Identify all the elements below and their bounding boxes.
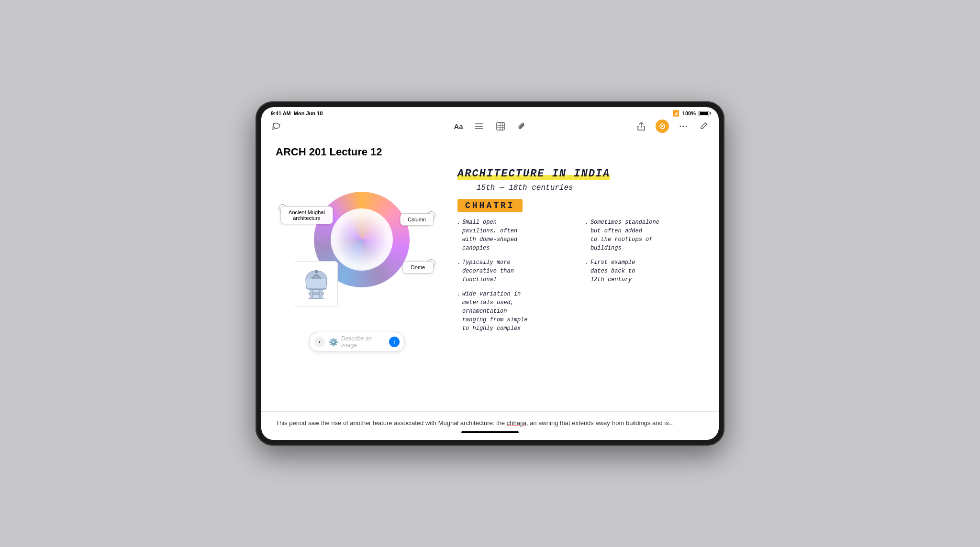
edit-icon[interactable] bbox=[698, 120, 709, 132]
notes-section: ARCHITECTURE IN INDIA 15th — 18th centur… bbox=[448, 168, 704, 409]
ai-back-button[interactable]: ‹ bbox=[314, 337, 325, 347]
ai-send-button[interactable]: ↑ bbox=[389, 337, 400, 347]
svg-point-14 bbox=[680, 126, 681, 127]
arch-title: ARCHITECTURE IN INDIA bbox=[457, 168, 610, 180]
note-item-3: · Typically moredecorative thanfunctiona… bbox=[457, 258, 576, 284]
svg-rect-7 bbox=[497, 122, 504, 130]
attachment-icon[interactable] bbox=[516, 120, 527, 132]
status-date: Mon Jun 10 bbox=[294, 110, 323, 116]
font-icon[interactable]: Aa bbox=[453, 120, 464, 132]
status-bar: 9:41 AM Mon Jun 10 📶 100% bbox=[261, 107, 719, 118]
list-icon[interactable] bbox=[474, 120, 485, 132]
architecture-image bbox=[295, 261, 338, 306]
home-indicator bbox=[461, 431, 519, 433]
diagram-section: − Ancient Mughal architecture − Column bbox=[276, 168, 438, 409]
bubble-column: Column bbox=[400, 213, 434, 226]
bottom-text: This period saw the rise of another feat… bbox=[276, 418, 704, 428]
mind-map-container: − Ancient Mughal architecture − Column bbox=[276, 168, 438, 311]
svg-point-5 bbox=[475, 126, 476, 127]
status-time: 9:41 AM bbox=[271, 110, 291, 116]
circle-inner bbox=[331, 208, 393, 271]
bottom-panel: This period saw the rise of another feat… bbox=[261, 411, 719, 440]
ai-gear-icon: ⚙️ bbox=[329, 338, 337, 346]
wifi-icon: 📶 bbox=[672, 110, 679, 117]
notes-grid: · Small openpavilions, oftenwith dome-sh… bbox=[457, 218, 704, 337]
svg-point-13 bbox=[661, 125, 663, 127]
share-icon[interactable] bbox=[635, 120, 647, 132]
ai-input-bar[interactable]: ‹ ⚙️ Describe an image ↑ bbox=[309, 332, 405, 352]
svg-rect-21 bbox=[320, 290, 323, 298]
more-icon[interactable] bbox=[678, 120, 689, 132]
svg-point-22 bbox=[315, 270, 318, 273]
svg-point-6 bbox=[475, 128, 476, 129]
svg-point-4 bbox=[475, 123, 476, 124]
toolbar: Aa bbox=[261, 118, 719, 136]
note-title: ARCH 201 Lecture 12 bbox=[276, 146, 704, 158]
tablet-screen: 9:41 AM Mon Jun 10 📶 100% bbox=[261, 107, 719, 440]
lasso-tool-icon[interactable] bbox=[271, 120, 282, 132]
note-item-1: · Small openpavilions, oftenwith dome-sh… bbox=[457, 218, 576, 252]
bubble-dome: Dome bbox=[402, 261, 434, 274]
svg-point-16 bbox=[686, 126, 687, 127]
ai-icon[interactable] bbox=[656, 120, 669, 133]
tablet-frame: 9:41 AM Mon Jun 10 📶 100% bbox=[256, 101, 724, 446]
ai-input-placeholder[interactable]: Describe an image bbox=[341, 335, 385, 349]
note-item-5: · Wide variation inmaterials used,orname… bbox=[457, 290, 576, 333]
centuries-text: 15th — 18th centuries bbox=[477, 184, 704, 192]
chhatri-label: CHHATRI bbox=[465, 201, 515, 210]
svg-point-15 bbox=[683, 126, 684, 127]
underline-word: chhajja bbox=[507, 419, 526, 427]
bubble-ancient: Ancient Mughal architecture bbox=[280, 206, 333, 224]
table-icon[interactable] bbox=[495, 120, 506, 132]
battery-percent: 100% bbox=[682, 110, 696, 116]
note-item-2: · Sometimes standalonebut often addedto … bbox=[586, 218, 704, 252]
note-item-4: · First exampledates back to12th century bbox=[586, 258, 704, 284]
battery-icon bbox=[699, 111, 709, 116]
chhatri-box: CHHATRI bbox=[457, 199, 523, 212]
svg-rect-20 bbox=[310, 290, 312, 298]
content-area: ARCH 201 Lecture 12 − Ancient Mughal arc… bbox=[261, 136, 719, 411]
